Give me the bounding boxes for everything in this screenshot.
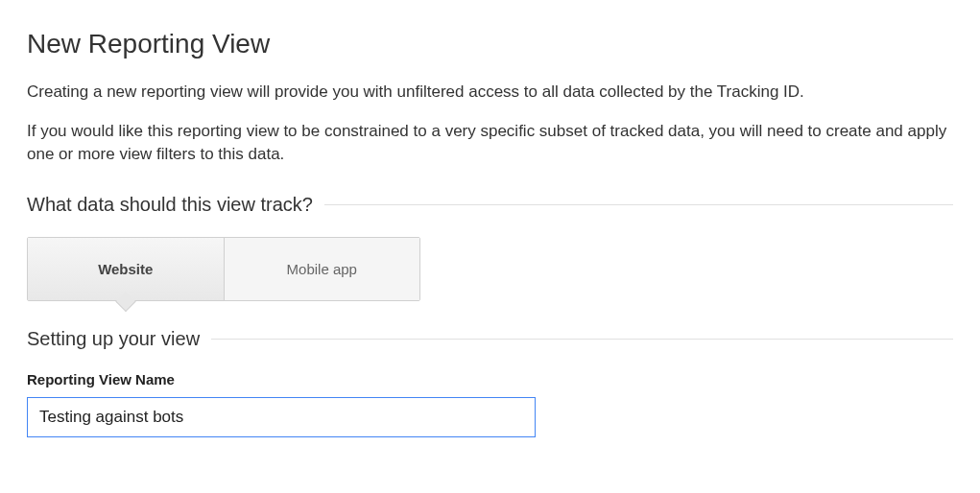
reporting-view-name-input[interactable] bbox=[27, 397, 536, 437]
section-heading-track-text: What data should this view track? bbox=[27, 194, 324, 216]
track-type-tabs: Website Mobile app bbox=[27, 237, 420, 301]
section-heading-setup-text: Setting up your view bbox=[27, 328, 211, 350]
tab-mobile-app-label: Mobile app bbox=[287, 261, 357, 277]
reporting-view-name-label: Reporting View Name bbox=[27, 371, 953, 387]
section-track-data: What data should this view track? Websit… bbox=[27, 194, 953, 301]
tab-mobile-app[interactable]: Mobile app bbox=[225, 238, 420, 300]
intro-paragraph-1: Creating a new reporting view will provi… bbox=[27, 81, 953, 105]
section-setup-view: Setting up your view Reporting View Name bbox=[27, 328, 953, 437]
tab-website[interactable]: Website bbox=[28, 238, 225, 300]
page-title: New Reporting View bbox=[27, 29, 953, 59]
section-heading-track: What data should this view track? bbox=[27, 194, 953, 216]
divider-line bbox=[211, 339, 953, 340]
section-heading-setup: Setting up your view bbox=[27, 328, 953, 350]
tab-website-label: Website bbox=[98, 261, 153, 277]
intro-paragraph-2: If you would like this reporting view to… bbox=[27, 120, 953, 167]
divider-line bbox=[324, 204, 953, 205]
